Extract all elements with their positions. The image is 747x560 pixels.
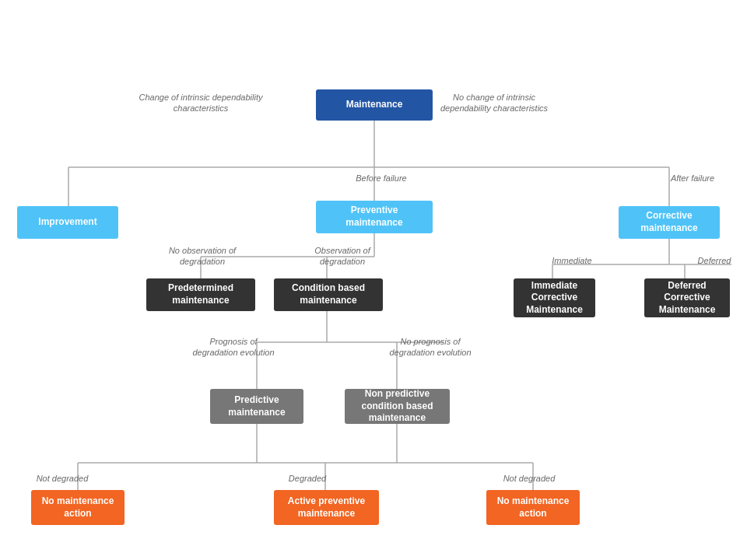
degraded-label: Degraded — [276, 473, 338, 484]
no-change-intrinsic-label: No change of intrinsic dependability cha… — [436, 92, 552, 114]
no-prognosis-label: No prognosis of degradation evolution — [380, 336, 481, 359]
non-predictive-node: Non predictive condition based maintenan… — [345, 389, 450, 424]
corrective-label: Corrective maintenance — [625, 210, 714, 234]
deferred-corrective-label: Deferred Corrective Maintenance — [651, 280, 724, 317]
active-preventive-label: Active preventive maintenance — [280, 495, 373, 520]
maintenance-node: Maintenance — [316, 89, 433, 121]
not-degraded-1-label: Not degraded — [23, 473, 101, 484]
no-observation-label: No observation of degradation — [152, 245, 253, 268]
improvement-label: Improvement — [38, 216, 96, 229]
after-failure-label: After failure — [665, 173, 720, 184]
preventive-node: Preventive maintenance — [316, 201, 433, 233]
immediate-label: Immediate — [541, 255, 603, 266]
condition-based-node: Condition based maintenance — [274, 278, 383, 311]
predetermined-label: Predetermined maintenance — [153, 282, 249, 306]
immediate-corrective-node: Immediate Corrective Maintenance — [514, 278, 595, 317]
preventive-label: Preventive maintenance — [322, 205, 426, 229]
predictive-label: Predictive maintenance — [216, 394, 297, 418]
improvement-node: Improvement — [17, 206, 118, 239]
non-predictive-label: Non predictive condition based maintenan… — [351, 388, 444, 425]
immediate-corrective-label: Immediate Corrective Maintenance — [520, 280, 589, 317]
observation-label: Observation of degradation — [296, 245, 389, 268]
diagram: Maintenance Improvement Preventive maint… — [0, 0, 747, 560]
no-maintenance-2-node: No maintenance action — [486, 490, 580, 525]
deferred-label: Deferred — [691, 255, 738, 266]
condition-based-label: Condition based maintenance — [280, 282, 377, 306]
not-degraded-2-label: Not degraded — [490, 473, 568, 484]
change-intrinsic-label: Change of intrinsic dependability charac… — [139, 92, 263, 114]
before-failure-label: Before failure — [354, 173, 409, 184]
no-maintenance-2-label: No maintenance action — [493, 495, 573, 520]
maintenance-label: Maintenance — [346, 99, 403, 111]
corrective-node: Corrective maintenance — [619, 206, 720, 239]
predictive-node: Predictive maintenance — [210, 389, 303, 424]
predetermined-node: Predetermined maintenance — [146, 278, 255, 311]
deferred-corrective-node: Deferred Corrective Maintenance — [644, 278, 730, 317]
no-maintenance-1-label: No maintenance action — [37, 495, 118, 520]
no-maintenance-1-node: No maintenance action — [31, 490, 124, 525]
prognosis-label: Prognosis of degradation evolution — [187, 336, 280, 359]
active-preventive-node: Active preventive maintenance — [274, 490, 379, 525]
